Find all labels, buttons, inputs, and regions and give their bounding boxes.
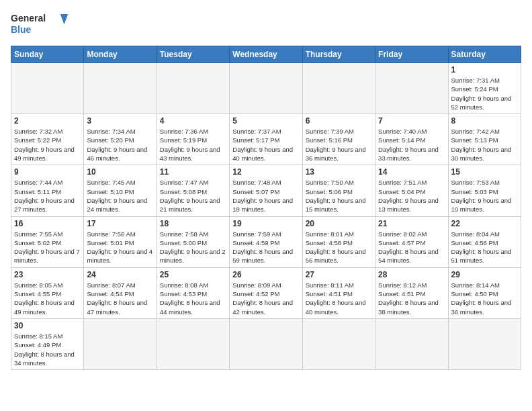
calendar-day-cell: 3Sunrise: 7:34 AM Sunset: 5:20 PM Daylig…	[84, 114, 157, 165]
calendar-day-cell	[84, 63, 157, 114]
calendar-day-cell: 12Sunrise: 7:48 AM Sunset: 5:07 PM Dayli…	[230, 165, 302, 216]
day-info: Sunrise: 7:40 AM Sunset: 5:14 PM Dayligh…	[378, 127, 445, 163]
logo: General Blue	[11, 11, 71, 39]
weekday-header-wednesday: Wednesday	[230, 46, 302, 63]
day-number: 3	[87, 116, 153, 126]
day-number: 1	[451, 65, 518, 75]
calendar-day-cell: 5Sunrise: 7:37 AM Sunset: 5:17 PM Daylig…	[230, 114, 302, 165]
calendar-week-row: 16Sunrise: 7:55 AM Sunset: 5:02 PM Dayli…	[11, 216, 521, 267]
weekday-header-monday: Monday	[84, 46, 157, 63]
day-number: 6	[306, 116, 372, 126]
svg-text:General: General	[11, 13, 46, 24]
day-number: 4	[160, 116, 226, 126]
day-info: Sunrise: 8:11 AM Sunset: 4:51 PM Dayligh…	[306, 281, 372, 316]
calendar-day-cell	[230, 318, 302, 369]
day-info: Sunrise: 7:55 AM Sunset: 5:02 PM Dayligh…	[14, 230, 81, 265]
calendar-day-cell: 21Sunrise: 8:02 AM Sunset: 4:57 PM Dayli…	[375, 216, 448, 267]
day-info: Sunrise: 7:48 AM Sunset: 5:07 PM Dayligh…	[232, 178, 299, 214]
day-number: 20	[306, 219, 372, 228]
calendar-day-cell: 18Sunrise: 7:58 AM Sunset: 5:00 PM Dayli…	[157, 216, 229, 267]
calendar-day-cell: 13Sunrise: 7:50 AM Sunset: 5:06 PM Dayli…	[302, 165, 375, 216]
calendar-day-cell: 1Sunrise: 7:31 AM Sunset: 5:24 PM Daylig…	[448, 63, 521, 114]
day-number: 23	[14, 270, 81, 279]
day-number: 16	[14, 219, 81, 228]
day-info: Sunrise: 8:04 AM Sunset: 4:56 PM Dayligh…	[451, 230, 518, 265]
day-number: 28	[378, 270, 445, 279]
weekday-header-row: SundayMondayTuesdayWednesdayThursdayFrid…	[11, 46, 521, 63]
day-info: Sunrise: 7:31 AM Sunset: 5:24 PM Dayligh…	[451, 76, 518, 111]
calendar-day-cell: 30Sunrise: 8:15 AM Sunset: 4:49 PM Dayli…	[11, 318, 84, 369]
day-info: Sunrise: 8:08 AM Sunset: 4:53 PM Dayligh…	[160, 281, 226, 316]
weekday-header-tuesday: Tuesday	[157, 46, 229, 63]
weekday-header-thursday: Thursday	[302, 46, 375, 63]
day-number: 19	[232, 219, 299, 228]
calendar-day-cell: 19Sunrise: 7:59 AM Sunset: 4:59 PM Dayli…	[230, 216, 302, 267]
calendar-day-cell: 2Sunrise: 7:32 AM Sunset: 5:22 PM Daylig…	[11, 114, 84, 165]
weekday-header-sunday: Sunday	[11, 46, 84, 63]
day-number: 24	[87, 270, 153, 279]
page-header: General Blue	[11, 11, 521, 39]
calendar-day-cell	[375, 318, 448, 369]
calendar-day-cell: 15Sunrise: 7:53 AM Sunset: 5:03 PM Dayli…	[448, 165, 521, 216]
day-number: 7	[378, 116, 445, 126]
day-info: Sunrise: 8:05 AM Sunset: 4:55 PM Dayligh…	[14, 281, 81, 316]
calendar-day-cell: 9Sunrise: 7:44 AM Sunset: 5:11 PM Daylig…	[11, 165, 84, 216]
svg-marker-3	[60, 14, 68, 24]
calendar-week-row: 1Sunrise: 7:31 AM Sunset: 5:24 PM Daylig…	[11, 63, 521, 114]
calendar-day-cell	[375, 63, 448, 114]
calendar-day-cell: 29Sunrise: 8:14 AM Sunset: 4:50 PM Dayli…	[448, 267, 521, 318]
day-info: Sunrise: 7:42 AM Sunset: 5:13 PM Dayligh…	[451, 127, 518, 163]
day-info: Sunrise: 8:09 AM Sunset: 4:52 PM Dayligh…	[232, 281, 299, 316]
day-info: Sunrise: 7:59 AM Sunset: 4:59 PM Dayligh…	[232, 230, 299, 265]
day-number: 13	[306, 167, 372, 177]
day-info: Sunrise: 8:12 AM Sunset: 4:51 PM Dayligh…	[378, 281, 445, 316]
day-info: Sunrise: 8:14 AM Sunset: 4:50 PM Dayligh…	[451, 281, 518, 316]
calendar-day-cell: 25Sunrise: 8:08 AM Sunset: 4:53 PM Dayli…	[157, 267, 229, 318]
day-info: Sunrise: 7:36 AM Sunset: 5:19 PM Dayligh…	[160, 127, 226, 163]
day-number: 9	[14, 167, 81, 177]
day-number: 29	[451, 270, 518, 279]
calendar-day-cell	[302, 63, 375, 114]
day-info: Sunrise: 7:39 AM Sunset: 5:16 PM Dayligh…	[306, 127, 372, 163]
calendar-day-cell	[230, 63, 302, 114]
calendar-week-row: 2Sunrise: 7:32 AM Sunset: 5:22 PM Daylig…	[11, 114, 521, 165]
day-number: 21	[378, 219, 445, 228]
calendar-day-cell: 17Sunrise: 7:56 AM Sunset: 5:01 PM Dayli…	[84, 216, 157, 267]
calendar-day-cell	[157, 63, 229, 114]
calendar-day-cell: 23Sunrise: 8:05 AM Sunset: 4:55 PM Dayli…	[11, 267, 84, 318]
calendar-day-cell	[11, 63, 84, 114]
calendar-day-cell: 22Sunrise: 8:04 AM Sunset: 4:56 PM Dayli…	[448, 216, 521, 267]
day-info: Sunrise: 8:15 AM Sunset: 4:49 PM Dayligh…	[14, 332, 81, 367]
day-info: Sunrise: 7:50 AM Sunset: 5:06 PM Dayligh…	[306, 178, 372, 214]
day-number: 10	[87, 167, 153, 177]
day-number: 8	[451, 116, 518, 126]
calendar-week-row: 9Sunrise: 7:44 AM Sunset: 5:11 PM Daylig…	[11, 165, 521, 216]
weekday-header-friday: Friday	[375, 46, 448, 63]
day-info: Sunrise: 7:47 AM Sunset: 5:08 PM Dayligh…	[160, 178, 226, 214]
calendar-table: SundayMondayTuesdayWednesdayThursdayFrid…	[11, 46, 521, 370]
day-info: Sunrise: 7:32 AM Sunset: 5:22 PM Dayligh…	[14, 127, 81, 163]
day-info: Sunrise: 8:07 AM Sunset: 4:54 PM Dayligh…	[87, 281, 153, 316]
calendar-day-cell: 6Sunrise: 7:39 AM Sunset: 5:16 PM Daylig…	[302, 114, 375, 165]
calendar-day-cell	[302, 318, 375, 369]
calendar-week-row: 23Sunrise: 8:05 AM Sunset: 4:55 PM Dayli…	[11, 267, 521, 318]
calendar-day-cell: 7Sunrise: 7:40 AM Sunset: 5:14 PM Daylig…	[375, 114, 448, 165]
calendar-week-row: 30Sunrise: 8:15 AM Sunset: 4:49 PM Dayli…	[11, 318, 521, 369]
day-info: Sunrise: 8:01 AM Sunset: 4:58 PM Dayligh…	[306, 230, 372, 265]
calendar-day-cell: 10Sunrise: 7:45 AM Sunset: 5:10 PM Dayli…	[84, 165, 157, 216]
calendar-day-cell: 26Sunrise: 8:09 AM Sunset: 4:52 PM Dayli…	[230, 267, 302, 318]
day-number: 17	[87, 219, 153, 228]
calendar-day-cell	[448, 318, 521, 369]
day-info: Sunrise: 7:56 AM Sunset: 5:01 PM Dayligh…	[87, 230, 153, 265]
calendar-day-cell: 8Sunrise: 7:42 AM Sunset: 5:13 PM Daylig…	[448, 114, 521, 165]
calendar-day-cell: 4Sunrise: 7:36 AM Sunset: 5:19 PM Daylig…	[157, 114, 229, 165]
day-info: Sunrise: 7:34 AM Sunset: 5:20 PM Dayligh…	[87, 127, 153, 163]
day-info: Sunrise: 7:44 AM Sunset: 5:11 PM Dayligh…	[14, 178, 81, 214]
calendar-day-cell: 16Sunrise: 7:55 AM Sunset: 5:02 PM Dayli…	[11, 216, 84, 267]
day-number: 30	[14, 321, 81, 330]
day-number: 2	[14, 116, 81, 126]
calendar-day-cell: 20Sunrise: 8:01 AM Sunset: 4:58 PM Dayli…	[302, 216, 375, 267]
day-number: 5	[232, 116, 299, 126]
calendar-day-cell: 24Sunrise: 8:07 AM Sunset: 4:54 PM Dayli…	[84, 267, 157, 318]
day-number: 22	[451, 219, 518, 228]
